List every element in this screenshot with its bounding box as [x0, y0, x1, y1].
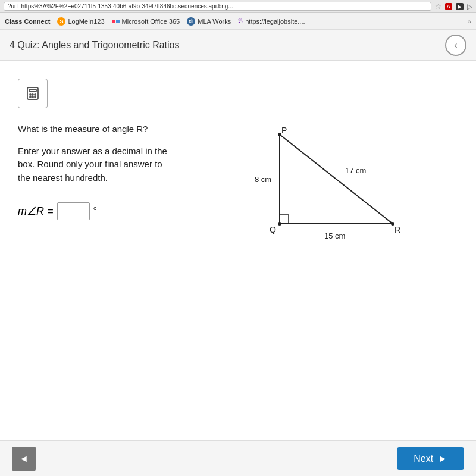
svg-text:P: P: [281, 126, 287, 135]
svg-line-10: [280, 134, 393, 224]
answer-input[interactable]: [57, 202, 90, 220]
svg-text:17 cm: 17 cm: [345, 166, 366, 175]
next-arrow-icon: ►: [438, 453, 447, 464]
bookmark-mla[interactable]: ⅽⅼⅰ MLA Works: [187, 17, 231, 26]
back-button[interactable]: ‹: [445, 35, 466, 56]
svg-point-7: [35, 96, 36, 98]
svg-point-4: [35, 94, 36, 95]
question-line1: What is the measure of angle R?: [18, 123, 208, 136]
pdf-icon[interactable]: A: [445, 3, 453, 10]
svg-text:15 cm: 15 cm: [324, 231, 345, 240]
bookmarks-bar: Class Connect S LogMeIn123 Microsoft Off…: [0, 13, 476, 30]
forward-icon[interactable]: ▷: [467, 2, 472, 11]
prev-button[interactable]: ◄: [12, 447, 36, 471]
bottom-bar: ◄ Next ►: [0, 440, 476, 476]
bookmark-legaljob[interactable]: 𝔙 https://legaljobsite....: [238, 17, 305, 25]
answer-row: m∠R = °: [18, 202, 208, 220]
page-header: 4 Quiz: Angles and Trigonometric Ratios …: [0, 30, 476, 61]
degree-symbol: °: [93, 206, 97, 217]
next-label: Next: [414, 453, 433, 464]
browser-url-bar: ?url=https%3A%2F%2Fe02711f5-1353-40b6-af…: [0, 0, 476, 13]
triangle-svg: P Q R 8 cm 15 cm 17 cm: [220, 123, 405, 259]
svg-point-6: [32, 96, 33, 98]
logmein-icon: S: [57, 17, 65, 26]
url-input[interactable]: ?url=https%3A%2F%2Fe02711f5-1353-40b6-af…: [4, 2, 431, 11]
question-line2-4: Enter your answer as a decimal in the bo…: [18, 145, 208, 185]
svg-point-3: [32, 94, 33, 95]
question-text-block: What is the measure of angle R? Enter yo…: [18, 123, 208, 220]
bookmark-logmein[interactable]: S LogMeIn123: [57, 17, 104, 26]
bookmark-msoffice[interactable]: Microsoft Office 365: [112, 18, 180, 25]
svg-point-12: [278, 222, 281, 226]
more-bookmarks[interactable]: »: [468, 18, 471, 25]
bookmark-msoffice-label: Microsoft Office 365: [122, 18, 180, 25]
record-icon[interactable]: ▶: [456, 3, 464, 10]
question-layout: What is the measure of angle R? Enter yo…: [18, 123, 458, 262]
svg-text:Q: Q: [270, 225, 276, 234]
svg-rect-1: [29, 89, 36, 92]
msoffice-icon: [112, 20, 120, 23]
bookmark-logmein-label: LogMeIn123: [68, 18, 104, 25]
svg-text:R: R: [394, 225, 400, 234]
bookmark-mla-label: MLA Works: [198, 18, 231, 25]
answer-prefix: m∠R =: [18, 205, 54, 218]
legaljob-icon: 𝔙: [238, 17, 243, 25]
calculator-icon[interactable]: [18, 79, 48, 108]
next-button[interactable]: Next ►: [397, 447, 464, 470]
svg-text:8 cm: 8 cm: [255, 175, 271, 184]
bookmark-star-icon[interactable]: ☆: [435, 2, 441, 11]
page-title: 4 Quiz: Angles and Trigonometric Ratios: [10, 40, 179, 51]
triangle-diagram: P Q R 8 cm 15 cm 17 cm: [220, 123, 458, 262]
bookmark-legaljob-label: https://legaljobsite....: [245, 18, 305, 25]
svg-point-2: [30, 94, 31, 95]
svg-point-5: [30, 96, 31, 98]
mla-icon: ⅽⅼⅰ: [187, 17, 195, 26]
main-content: What is the measure of angle R? Enter yo…: [0, 61, 476, 440]
bookmark-classconnect[interactable]: Class Connect: [5, 18, 50, 25]
bookmark-classconnect-label: Class Connect: [5, 18, 50, 25]
